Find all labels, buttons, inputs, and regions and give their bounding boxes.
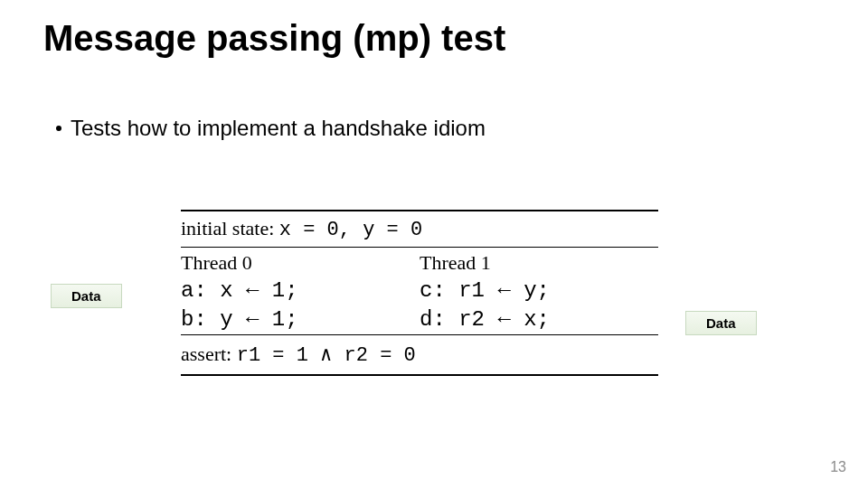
thread-0-head: Thread 0 — [181, 248, 420, 277]
thread-1-head: Thread 1 — [420, 248, 658, 277]
bullet-dot-icon — [56, 126, 61, 131]
thread-1-line-c: c: r1 ← y; — [420, 277, 658, 305]
slide-title: Message passing (mp) test — [43, 18, 505, 59]
initial-state-row: initial state: x = 0, y = 0 — [181, 211, 658, 247]
thread-0-line-b: b: y ← 1; — [181, 305, 420, 334]
initial-state-expr: x = 0, y = 0 — [279, 219, 422, 241]
thread-0-block: Thread 0 a: x ← 1; b: y ← 1; — [181, 248, 420, 334]
assert-row: assert: r1 = 1 ∧ r2 = 0 — [181, 335, 658, 374]
threads-row: Thread 0 a: x ← 1; b: y ← 1; Thread 1 c:… — [181, 248, 658, 334]
rule-bottom — [181, 374, 658, 376]
slide: Message passing (mp) test Tests how to i… — [0, 0, 868, 488]
data-label-left: Data — [51, 284, 122, 308]
litmus-table: initial state: x = 0, y = 0 Thread 0 a: … — [181, 210, 658, 376]
bullet-item: Tests how to implement a handshake idiom — [56, 116, 486, 141]
initial-state-prefix: initial state: — [181, 217, 279, 239]
assert-prefix: assert: — [181, 343, 237, 365]
thread-0-line-a: a: x ← 1; — [181, 277, 420, 305]
thread-1-block: Thread 1 c: r1 ← y; d: r2 ← x; — [420, 248, 658, 334]
page-number: 13 — [830, 459, 846, 475]
thread-1-line-d: d: r2 ← x; — [420, 305, 658, 334]
assert-expr: r1 = 1 ∧ r2 = 0 — [237, 344, 416, 367]
bullet-text: Tests how to implement a handshake idiom — [71, 116, 486, 140]
data-label-right: Data — [685, 311, 757, 335]
